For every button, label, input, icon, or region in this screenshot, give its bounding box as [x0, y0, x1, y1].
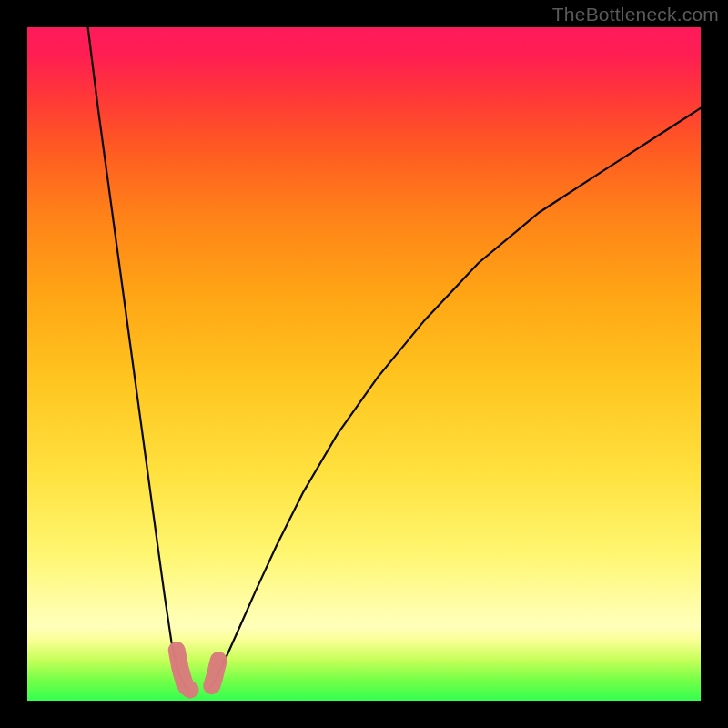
watermark-text: TheBottleneck.com	[552, 4, 719, 25]
zoom-marker-right	[212, 661, 218, 686]
curve-right	[209, 108, 701, 690]
curve-left	[88, 27, 189, 689]
plot-area	[27, 27, 701, 701]
zoom-marker-left	[177, 651, 190, 691]
curves-svg	[27, 27, 701, 701]
